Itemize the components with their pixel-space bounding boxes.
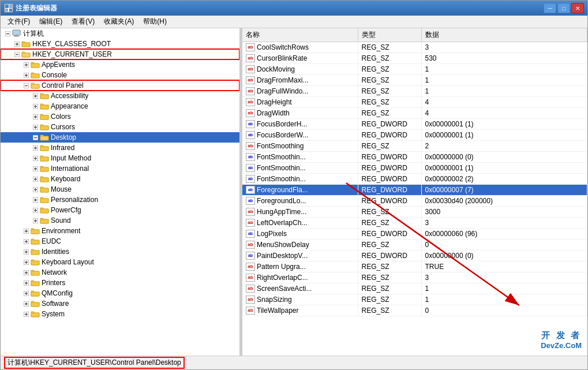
- folder-icon: [40, 92, 51, 100]
- minimize-button[interactable]: ─: [544, 3, 556, 13]
- tree-item-console[interactable]: Console: [1, 70, 239, 80]
- expand-btn[interactable]: [31, 205, 40, 215]
- table-row[interactable]: abDragWidthREG_SZ4: [242, 108, 587, 119]
- table-row[interactable]: abTileWallpaperREG_SZ0: [242, 305, 587, 316]
- tree-item-printers[interactable]: Printers: [1, 278, 239, 288]
- tree-item-mouse[interactable]: Mouse: [1, 184, 239, 195]
- table-row[interactable]: abForegroundLo...REG_DWORD0x00030d40 (20…: [242, 196, 587, 207]
- expand-btn[interactable]: [12, 50, 21, 59]
- menu-file[interactable]: 文件(F): [3, 16, 35, 28]
- table-row[interactable]: abPaintDesktopV...REG_DWORD0x00000000 (0…: [242, 251, 587, 261]
- expand-btn[interactable]: [21, 237, 31, 246]
- expand-btn[interactable]: [31, 133, 40, 142]
- expand-btn[interactable]: [21, 278, 31, 287]
- ab-icon: ab: [246, 43, 255, 51]
- cell-type: REG_SZ: [358, 272, 421, 283]
- tree-item-software[interactable]: Software: [1, 298, 239, 309]
- expand-btn[interactable]: [31, 164, 40, 173]
- table-row[interactable]: abDragFromMaxi...REG_SZ1: [242, 75, 587, 86]
- table-row[interactable]: abRightOverlapC...REG_SZ3: [242, 272, 587, 283]
- table-row[interactable]: abFocusBorderH...REG_DWORD0x00000001 (1): [242, 119, 587, 130]
- cell-name: abHungAppTime...: [242, 207, 358, 218]
- tree-scroll[interactable]: 计算机 HKEY_CLASSES_ROOT HKEY_CURRENT_USER …: [1, 28, 239, 356]
- table-row[interactable]: abHungAppTime...REG_SZ3000: [242, 207, 587, 218]
- expand-btn[interactable]: [31, 195, 40, 204]
- tree-item-cursors[interactable]: Cursors: [1, 122, 239, 132]
- menu-edit[interactable]: 编辑(E): [35, 16, 67, 28]
- table-row[interactable]: abForegroundFla...REG_DWORD0x00000007 (7…: [242, 185, 587, 196]
- cell-data: 1: [421, 75, 587, 86]
- tree-item-international[interactable]: International: [1, 163, 239, 174]
- table-row[interactable]: abMenuShowDelayREG_SZ0: [242, 240, 587, 251]
- table-row[interactable]: abFontSmoothin...REG_DWORD0x00000000 (0): [242, 152, 587, 163]
- table-row[interactable]: abDragHeightREG_SZ4: [242, 97, 587, 108]
- tree-item-inputmethod[interactable]: Input Method: [1, 153, 239, 163]
- table-row[interactable]: abCursorBlinkRateREG_SZ530: [242, 53, 587, 64]
- expand-btn[interactable]: [21, 60, 31, 69]
- table-row[interactable]: abFontSmoothin...REG_DWORD0x00000001 (1): [242, 163, 587, 174]
- table-row[interactable]: abDragFullWindo...REG_SZ1: [242, 86, 587, 97]
- tree-item-eudc[interactable]: EUDC: [1, 236, 239, 246]
- tree-item-desktop[interactable]: Desktop: [1, 132, 239, 143]
- expand-btn[interactable]: [31, 143, 40, 152]
- folder-icon: [21, 50, 32, 58]
- menu-view[interactable]: 查看(V): [67, 16, 99, 28]
- table-row[interactable]: abFocusBorderW...REG_DWORD0x00000001 (1): [242, 130, 587, 141]
- tree-item-network[interactable]: Network: [1, 267, 239, 278]
- tree-item-keyboardlayout[interactable]: Keyboard Layout: [1, 257, 239, 267]
- tree-item-identities[interactable]: Identities: [1, 246, 239, 257]
- expand-btn[interactable]: [21, 226, 31, 236]
- table-row[interactable]: abLogPixelsREG_DWORD0x00000060 (96): [242, 229, 587, 240]
- tree-item-controlpanel[interactable]: Control Panel: [1, 80, 239, 91]
- values-table[interactable]: 名称 类型 数据 abCoolSwitchRowsREG_SZ3abCursor…: [242, 28, 587, 356]
- table-row[interactable]: abDockMovingREG_SZ1: [242, 64, 587, 75]
- expand-btn[interactable]: [21, 289, 31, 298]
- expand-btn[interactable]: [21, 299, 31, 308]
- tree-item-powercfg[interactable]: PowerCfg: [1, 205, 239, 215]
- table-row[interactable]: abCoolSwitchRowsREG_SZ3: [242, 42, 587, 53]
- tree-item-personalization[interactable]: Personalization: [1, 195, 239, 205]
- table-row[interactable]: abSnapSizingREG_SZ1: [242, 294, 587, 305]
- expand-btn[interactable]: [31, 185, 40, 194]
- expand-btn[interactable]: [31, 154, 40, 163]
- tree-item-qmconfig[interactable]: QMConfig: [1, 288, 239, 298]
- expand-btn[interactable]: [31, 102, 40, 111]
- maximize-button[interactable]: □: [557, 3, 570, 13]
- values-panel: 名称 类型 数据 abCoolSwitchRowsREG_SZ3abCursor…: [242, 28, 587, 356]
- cell-data: 3: [421, 218, 587, 229]
- tree-item-computer[interactable]: 计算机: [1, 28, 239, 39]
- expand-btn[interactable]: [21, 70, 31, 80]
- tree-item-appearance[interactable]: Appearance: [1, 101, 239, 111]
- expand-btn[interactable]: [3, 29, 12, 38]
- tree-item-hkcu[interactable]: HKEY_CURRENT_USER: [1, 49, 239, 59]
- close-button[interactable]: ✕: [571, 3, 584, 13]
- expand-btn[interactable]: [21, 247, 31, 256]
- svg-rect-1: [5, 5, 9, 8]
- menu-help[interactable]: 帮助(H): [138, 16, 171, 28]
- expand-btn[interactable]: [21, 268, 31, 277]
- tree-item-hkcr[interactable]: HKEY_CLASSES_ROOT: [1, 39, 239, 49]
- tree-item-system[interactable]: System: [1, 309, 239, 319]
- expand-btn[interactable]: [31, 91, 40, 100]
- tree-item-accessibility[interactable]: Accessibility: [1, 91, 239, 101]
- table-row[interactable]: abLeftOverlapCh...REG_SZ3: [242, 218, 587, 229]
- expand-btn[interactable]: [12, 39, 21, 48]
- expand-btn[interactable]: [31, 174, 40, 184]
- expand-btn[interactable]: [21, 81, 31, 90]
- table-row[interactable]: abScreenSaveActi...REG_SZ1: [242, 283, 587, 294]
- table-row[interactable]: abFontSmoothingREG_SZ2: [242, 141, 587, 152]
- expand-btn[interactable]: [21, 309, 31, 319]
- table-row[interactable]: abPattern Upgra...REG_SZTRUE: [242, 261, 587, 272]
- expand-btn[interactable]: [31, 122, 40, 132]
- tree-item-keyboard[interactable]: Keyboard: [1, 174, 239, 184]
- expand-btn[interactable]: [31, 216, 40, 225]
- tree-item-colors[interactable]: Colors: [1, 111, 239, 122]
- tree-item-infrared[interactable]: Infrared: [1, 143, 239, 153]
- expand-btn[interactable]: [31, 112, 40, 121]
- tree-item-environment[interactable]: Environment: [1, 226, 239, 236]
- menu-favorites[interactable]: 收藏夹(A): [99, 16, 138, 28]
- tree-item-appevents[interactable]: AppEvents: [1, 59, 239, 70]
- table-row[interactable]: abFontSmoothin...REG_DWORD0x00000002 (2): [242, 174, 587, 185]
- tree-item-sound[interactable]: Sound: [1, 215, 239, 226]
- expand-btn[interactable]: [21, 257, 31, 267]
